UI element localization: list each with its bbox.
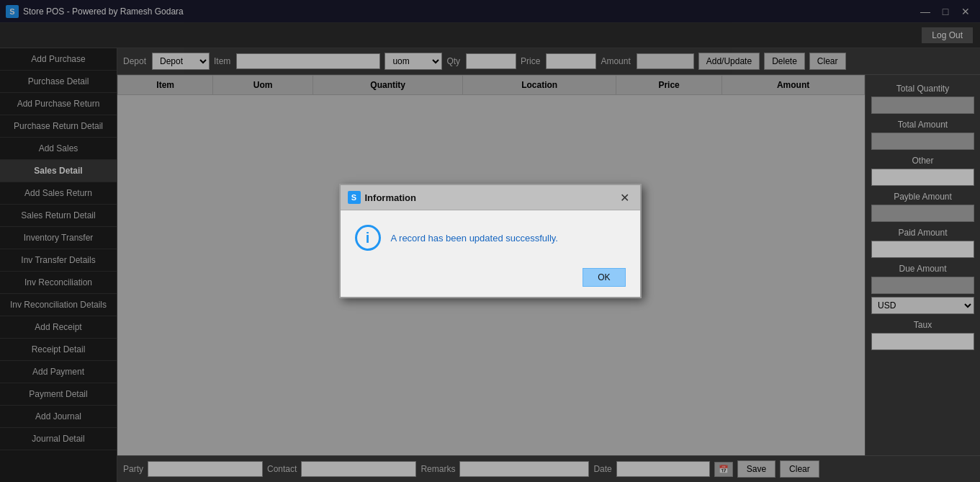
modal-footer: OK xyxy=(341,262,640,297)
modal-message: A record has been updated successfully. xyxy=(391,233,558,244)
info-icon: i xyxy=(355,225,381,251)
modal-dialog: S Information ✕ i A record has been upda… xyxy=(339,184,642,298)
modal-ok-button[interactable]: OK xyxy=(583,268,625,287)
modal-logo: S xyxy=(348,191,361,204)
modal-title: Information xyxy=(365,192,417,203)
modal-title-left: S Information xyxy=(348,191,417,204)
modal-overlay: S Information ✕ i A record has been upda… xyxy=(0,0,980,482)
modal-titlebar: S Information ✕ xyxy=(341,185,640,210)
modal-body: i A record has been updated successfully… xyxy=(341,210,640,262)
modal-close-button[interactable]: ✕ xyxy=(617,189,633,205)
